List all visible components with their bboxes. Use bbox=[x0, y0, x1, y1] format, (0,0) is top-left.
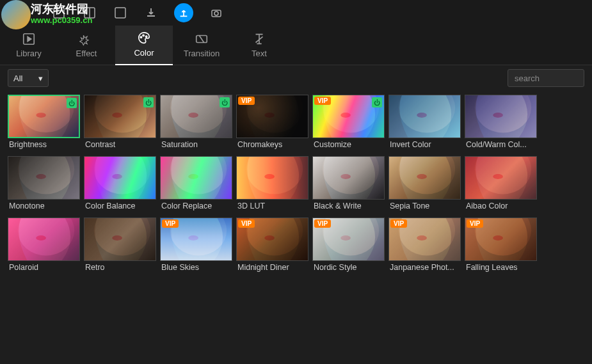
effect-card[interactable]: Polaroid bbox=[8, 218, 80, 275]
effect-thumbnail bbox=[8, 95, 80, 138]
effect-card[interactable]: Color Balance bbox=[84, 156, 156, 214]
tab-transition[interactable]: Transition bbox=[173, 26, 230, 65]
filter-value: All bbox=[13, 74, 22, 83]
effect-label: Aibao Color bbox=[465, 200, 537, 210]
effect-label: Invert Color bbox=[388, 138, 461, 149]
svg-point-44 bbox=[94, 218, 150, 256]
tab-label: Effect bbox=[76, 49, 97, 58]
svg-rect-0 bbox=[54, 8, 64, 18]
applied-indicator-icon bbox=[143, 97, 154, 107]
effect-card[interactable]: 3D LUT bbox=[236, 156, 308, 214]
effect-card[interactable]: VIPMidnight Diner bbox=[236, 218, 308, 275]
svg-point-28 bbox=[18, 157, 74, 194]
effect-thumbnail bbox=[160, 156, 232, 200]
svg-point-49 bbox=[264, 235, 275, 241]
effect-card[interactable]: Invert Color bbox=[388, 95, 461, 152]
effect-thumbnail bbox=[84, 95, 156, 138]
effect-card[interactable]: Color Replace bbox=[160, 156, 232, 214]
filter-bar: All ▾ bbox=[0, 65, 592, 91]
effect-label: Blue Skies bbox=[160, 261, 232, 272]
svg-point-6 bbox=[214, 12, 218, 15]
effect-label: Saturation bbox=[160, 138, 232, 149]
effect-thumbnail: VIP bbox=[312, 218, 385, 261]
tab-label: Transition bbox=[184, 49, 220, 58]
effect-thumbnail: VIP bbox=[236, 95, 308, 138]
effect-label: Midnight Diner bbox=[236, 261, 308, 272]
effect-label: Chromakeys bbox=[236, 138, 308, 149]
svg-point-47 bbox=[188, 235, 198, 241]
search-input[interactable] bbox=[508, 69, 584, 87]
svg-point-39 bbox=[417, 174, 427, 179]
effect-card[interactable]: Black & Write bbox=[312, 156, 385, 214]
tab-label: Color bbox=[134, 48, 154, 58]
svg-point-24 bbox=[399, 95, 455, 133]
effect-label: 3D LUT bbox=[236, 200, 308, 210]
effect-card[interactable]: VIPFalling Leaves bbox=[465, 218, 537, 275]
svg-point-37 bbox=[340, 174, 351, 179]
effect-card[interactable]: VIPJanpanese Phot... bbox=[388, 218, 461, 275]
camera-icon[interactable] bbox=[209, 5, 224, 20]
effect-card[interactable]: Monotone bbox=[8, 156, 80, 214]
effect-card[interactable]: Sepia Tone bbox=[388, 156, 461, 214]
effect-label: Janpanese Phot... bbox=[388, 261, 461, 272]
svg-point-18 bbox=[170, 95, 227, 133]
main-tabbar: LibraryEffectColorTransitionText bbox=[0, 26, 592, 65]
effect-thumbnail: VIP bbox=[388, 218, 461, 261]
tab-label: Text bbox=[252, 49, 267, 58]
layout-2-icon[interactable] bbox=[82, 5, 97, 20]
effect-card[interactable]: VIPChromakeys bbox=[236, 95, 308, 152]
svg-point-15 bbox=[36, 113, 45, 118]
effect-label: Nordic Style bbox=[312, 261, 385, 272]
layout-1-icon[interactable] bbox=[51, 5, 67, 20]
tab-library[interactable]: Library bbox=[0, 26, 58, 65]
effect-card[interactable]: Contrast bbox=[84, 95, 156, 152]
svg-point-51 bbox=[340, 235, 351, 241]
effect-thumbnail bbox=[8, 218, 80, 261]
vip-badge: VIP bbox=[390, 219, 407, 228]
effect-thumbnail: VIP bbox=[160, 218, 232, 261]
category-filter-select[interactable]: All ▾ bbox=[8, 69, 49, 87]
effect-card[interactable]: Cold/Warm Col... bbox=[465, 95, 537, 152]
svg-point-29 bbox=[36, 174, 46, 179]
svg-point-11 bbox=[146, 36, 147, 37]
tab-effect[interactable]: Effect bbox=[58, 26, 115, 65]
effect-card[interactable]: Brightness bbox=[8, 95, 80, 152]
tab-color[interactable]: Color bbox=[115, 26, 173, 65]
vip-badge: VIP bbox=[314, 219, 331, 228]
svg-point-53 bbox=[417, 235, 427, 241]
top-toolbar bbox=[0, 0, 592, 26]
vip-badge: VIP bbox=[238, 219, 255, 228]
svg-point-30 bbox=[94, 157, 150, 194]
effect-thumbnail bbox=[388, 156, 461, 200]
effect-thumbnail bbox=[388, 95, 461, 138]
svg-point-16 bbox=[94, 95, 150, 133]
svg-point-41 bbox=[493, 174, 503, 179]
svg-point-35 bbox=[264, 174, 275, 179]
effect-thumbnail bbox=[8, 156, 80, 200]
svg-point-38 bbox=[399, 157, 455, 194]
effect-card[interactable]: VIPBlue Skies bbox=[160, 218, 232, 275]
svg-point-45 bbox=[112, 235, 122, 241]
effect-label: Contrast bbox=[84, 138, 156, 149]
applied-indicator-icon bbox=[67, 98, 77, 108]
export-icon[interactable] bbox=[174, 3, 193, 22]
svg-point-32 bbox=[170, 157, 227, 194]
svg-point-42 bbox=[18, 218, 74, 256]
effect-card[interactable]: VIPNordic Style bbox=[312, 218, 385, 275]
effect-thumbnail: VIP bbox=[465, 218, 537, 261]
effect-card[interactable]: Saturation bbox=[160, 95, 232, 152]
svg-point-55 bbox=[493, 235, 503, 241]
effect-card[interactable]: VIPCustomize bbox=[312, 95, 385, 152]
effect-thumbnail bbox=[465, 95, 537, 138]
layout-3-icon[interactable] bbox=[113, 5, 128, 20]
svg-point-33 bbox=[188, 174, 198, 179]
effect-card[interactable]: Aibao Color bbox=[465, 156, 537, 214]
effect-card[interactable]: Retro bbox=[84, 218, 156, 275]
effect-label: Color Replace bbox=[160, 200, 232, 210]
svg-point-27 bbox=[493, 113, 503, 118]
effect-label: Retro bbox=[84, 261, 156, 272]
effect-label: Monotone bbox=[8, 200, 80, 210]
tab-text[interactable]: Text bbox=[230, 26, 288, 65]
effect-thumbnail bbox=[465, 156, 537, 200]
import-icon[interactable] bbox=[143, 5, 159, 20]
